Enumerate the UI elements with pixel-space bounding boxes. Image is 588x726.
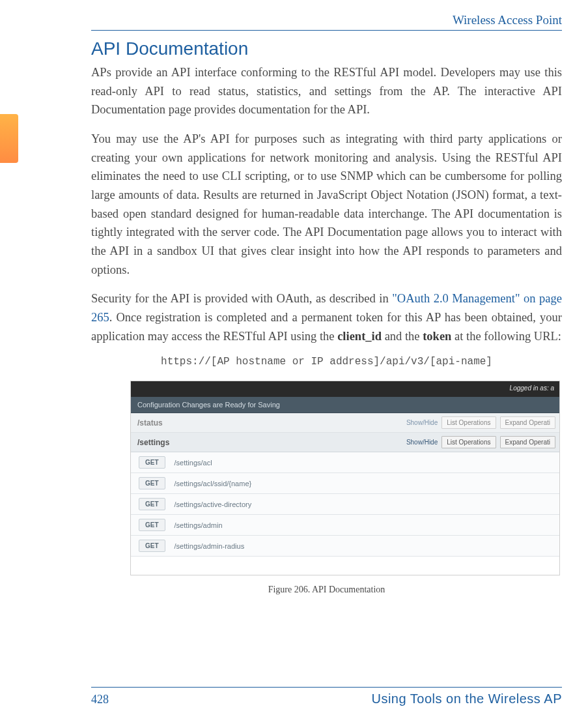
section-path-status: /status [131, 418, 406, 428]
list-ops-button[interactable]: List Operations [441, 436, 496, 448]
method-badge: GET [139, 477, 165, 489]
page-number: 428 [91, 693, 109, 706]
api-path: /settings/admin-radius [175, 542, 245, 550]
section-status[interactable]: /status Show/Hide List Operations Expand… [131, 413, 559, 433]
paragraph-1: APs provide an API interface conforming … [91, 63, 562, 119]
show-hide-link[interactable]: Show/Hide [406, 419, 438, 426]
method-badge: GET [139, 498, 165, 510]
api-path: /settings/acl [175, 459, 212, 467]
expand-ops-button[interactable]: Expand Operati [500, 416, 556, 429]
p3-post: at the following URL: [451, 330, 561, 343]
method-badge: GET [139, 519, 165, 531]
footer-title: Using Tools on the Wireless AP [371, 691, 562, 706]
api-rows-container: GET/settings/aclGET/settings/acl/ssid/{n… [131, 452, 559, 557]
api-row[interactable]: GET/settings/active-directory [131, 494, 559, 515]
page-header: Wireless Access Point [91, 13, 562, 31]
code-url: https://[AP hostname or IP address]/api/… [91, 356, 562, 368]
method-badge: GET [139, 540, 165, 552]
page-footer: 428 Using Tools on the Wireless AP [91, 687, 562, 706]
token-bold: token [423, 330, 451, 343]
api-row[interactable]: GET/settings/admin-radius [131, 536, 559, 557]
config-banner: Configuration Changes are Ready for Savi… [131, 397, 559, 413]
page-container: Wireless Access Point API Documentation … [0, 0, 588, 726]
header-title: Wireless Access Point [453, 13, 562, 27]
screenshot-topbar: Logged in as: a [131, 381, 559, 397]
api-path: /settings/admin [175, 521, 223, 529]
method-badge: GET [139, 456, 165, 469]
figure-caption: Figure 206. API Documentation [91, 585, 562, 595]
show-hide-link[interactable]: Show/Hide [406, 439, 438, 446]
api-path: /settings/acl/ssid/{name} [175, 480, 252, 487]
api-row[interactable]: GET/settings/acl [131, 452, 559, 473]
section-heading: API Documentation [91, 38, 562, 59]
expand-ops-button[interactable]: Expand Operati [500, 436, 556, 448]
p3-mid2: and the [382, 330, 423, 343]
section-controls-status: Show/Hide List Operations Expand Operati [406, 416, 559, 429]
api-row[interactable]: GET/settings/acl/ssid/{name} [131, 473, 559, 494]
section-path-settings: /settings [131, 438, 406, 447]
api-row[interactable]: GET/settings/admin [131, 515, 559, 536]
api-screenshot: Logged in as: a Configuration Changes ar… [130, 381, 560, 575]
list-ops-button[interactable]: List Operations [441, 416, 496, 429]
section-controls-settings: Show/Hide List Operations Expand Operati [406, 436, 559, 448]
client-id-bold: client_id [337, 330, 382, 343]
paragraph-2: You may use the AP's API for purposes su… [91, 130, 562, 279]
paragraph-3: Security for the API is provided with OA… [91, 289, 562, 345]
api-path: /settings/active-directory [175, 501, 252, 508]
section-settings[interactable]: /settings Show/Hide List Operations Expa… [131, 433, 559, 452]
p3-pre: Security for the API is provided with OA… [91, 292, 392, 305]
